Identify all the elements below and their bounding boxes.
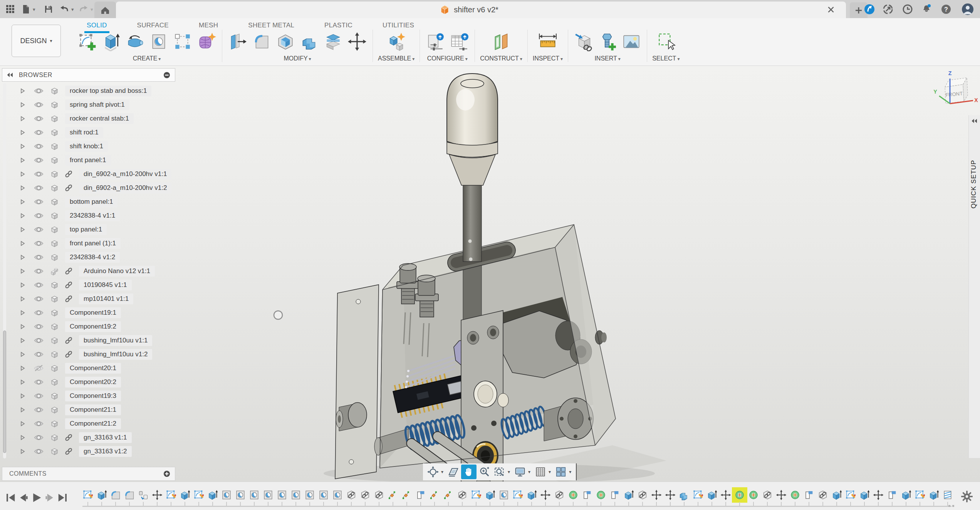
- component-label[interactable]: din_6902-a_m10-200hv v1:2: [79, 183, 171, 193]
- timeline-feature-extrude[interactable]: [207, 490, 218, 500]
- visibility-eye-icon[interactable]: [34, 87, 44, 94]
- timeline-feature-hole[interactable]: [221, 490, 232, 500]
- shell-button[interactable]: [275, 31, 296, 52]
- quick-setup-strip[interactable]: QUICK SETUP: [968, 115, 980, 458]
- visibility-eye-icon[interactable]: [34, 282, 44, 289]
- timeline-feature-hole[interactable]: [304, 490, 315, 500]
- component-label[interactable]: front panel (1):1: [65, 238, 121, 249]
- viewports-button[interactable]: [553, 465, 569, 479]
- timeline-feature-hole[interactable]: [498, 490, 509, 500]
- add-comment-icon[interactable]: [163, 470, 170, 477]
- fit-window-dropdown-caret[interactable]: ▾: [508, 469, 510, 475]
- playback-go-to-end-button[interactable]: [57, 492, 69, 503]
- grid-settings-dropdown-caret[interactable]: ▾: [549, 469, 551, 475]
- extrude-button[interactable]: [101, 31, 121, 52]
- expand-panel-icon[interactable]: [971, 118, 978, 124]
- timeline-feature-plane[interactable]: [804, 490, 814, 500]
- timeline-feature-move[interactable]: [540, 490, 551, 500]
- expand-arrow-icon[interactable]: [20, 213, 25, 218]
- group-label-insert[interactable]: INSERT▾: [594, 55, 620, 62]
- component-label[interactable]: Arduino Nano v12 v1:1: [79, 266, 155, 277]
- viewport-3d[interactable]: BROWSER rocker top stab and boss:1spring…: [0, 66, 980, 481]
- visibility-eye-icon[interactable]: [34, 129, 44, 136]
- new-component-button[interactable]: [386, 31, 407, 52]
- visibility-eye-icon[interactable]: [34, 185, 44, 191]
- browser-item[interactable]: bushing_lmf10uu v1:2: [2, 347, 175, 361]
- timeline-feature-link[interactable]: [457, 490, 468, 500]
- visibility-eye-icon[interactable]: [34, 212, 44, 219]
- component-label[interactable]: Component21:1: [65, 404, 121, 415]
- comments-panel[interactable]: COMMENTS: [2, 467, 175, 481]
- visibility-off-icon[interactable]: [34, 365, 44, 372]
- timeline-feature-extrude[interactable]: [485, 490, 495, 500]
- fit-window-button[interactable]: [492, 465, 507, 479]
- playback-go-to-start-button[interactable]: [5, 492, 16, 503]
- timeline-feature-hole[interactable]: [277, 490, 287, 500]
- timeline-feature-coil[interactable]: [942, 490, 953, 500]
- timeline-feature-move[interactable]: [776, 490, 787, 500]
- timeline-feature-link[interactable]: [346, 490, 357, 500]
- offset-plane-button[interactable]: [491, 31, 512, 52]
- timeline-feature-link[interactable]: [817, 490, 828, 500]
- browser-item[interactable]: gn_33163 v1:1: [2, 431, 175, 445]
- browser-item[interactable]: front panel (1):1: [2, 237, 175, 250]
- timeline-feature-move[interactable]: [152, 490, 163, 500]
- expand-arrow-icon[interactable]: [20, 144, 25, 149]
- browser-item[interactable]: shift knob:1: [2, 139, 175, 153]
- timeline-feature-move[interactable]: [665, 490, 676, 500]
- browser-item[interactable]: shift rod:1: [2, 126, 175, 139]
- orbit-button[interactable]: [425, 465, 441, 479]
- expand-arrow-icon[interactable]: [20, 310, 25, 315]
- timeline-feature-joint[interactable]: [568, 490, 579, 500]
- pattern-button[interactable]: [172, 31, 193, 52]
- component-label[interactable]: Component21:2: [65, 418, 121, 429]
- component-label[interactable]: spring shaft pivot:1: [65, 99, 129, 110]
- browser-item[interactable]: spring shaft pivot:1: [2, 98, 175, 112]
- home-tab[interactable]: [94, 2, 116, 18]
- timeline-feature-plane[interactable]: [582, 490, 592, 500]
- timeline-feature-move[interactable]: [720, 490, 731, 500]
- timeline-feature-joint[interactable]: [790, 490, 800, 500]
- viewports-dropdown-caret[interactable]: ▾: [569, 469, 571, 475]
- component-label[interactable]: Component20:1: [65, 363, 121, 374]
- component-label[interactable]: shift rod:1: [65, 127, 103, 138]
- timeline-feature-hole[interactable]: [290, 490, 301, 500]
- timeline-feature-extrude[interactable]: [859, 490, 870, 500]
- visibility-eye-icon[interactable]: [34, 254, 44, 261]
- visibility-eye-icon[interactable]: [34, 434, 44, 441]
- combine-button[interactable]: [299, 31, 320, 52]
- timeline-feature-joint[interactable]: [734, 490, 745, 500]
- browser-item[interactable]: Component20:2: [2, 375, 175, 389]
- browser-item[interactable]: mp101401 v1:1: [2, 292, 175, 306]
- timeline-feature-hole[interactable]: [332, 490, 343, 500]
- visibility-eye-icon[interactable]: [34, 295, 44, 302]
- expand-arrow-icon[interactable]: [20, 407, 25, 413]
- timeline-feature-link[interactable]: [637, 490, 648, 500]
- visibility-eye-icon[interactable]: [34, 406, 44, 413]
- timeline-feature-fillet[interactable]: [124, 490, 135, 500]
- redo-caret[interactable]: ▾: [91, 7, 93, 12]
- timeline-feature-sketch[interactable]: [915, 490, 925, 500]
- create-sketch-button[interactable]: [77, 31, 97, 52]
- expand-arrow-icon[interactable]: [20, 366, 25, 371]
- app-grid-icon[interactable]: [6, 5, 15, 14]
- timeline-feature-extrude[interactable]: [623, 490, 634, 500]
- visibility-eye-icon[interactable]: [34, 115, 44, 122]
- timeline-feature-extrude[interactable]: [526, 490, 537, 500]
- expand-arrow-icon[interactable]: [20, 241, 25, 246]
- expand-arrow-icon[interactable]: [20, 88, 25, 94]
- design-workspace-selector[interactable]: DESIGN ▾: [12, 25, 61, 57]
- component-label[interactable]: top panel:1: [65, 224, 107, 235]
- expand-arrow-icon[interactable]: [20, 435, 25, 440]
- visibility-eye-icon[interactable]: [34, 379, 44, 386]
- undo-caret[interactable]: ▾: [71, 7, 74, 12]
- visibility-eye-icon[interactable]: [34, 226, 44, 233]
- expand-arrow-icon[interactable]: [20, 227, 25, 232]
- timeline-feature-hole[interactable]: [318, 490, 329, 500]
- component-label[interactable]: bottom panel:1: [65, 196, 117, 207]
- redo-icon[interactable]: [79, 5, 88, 14]
- move-button[interactable]: [347, 31, 368, 52]
- browser-item[interactable]: Component19:2: [2, 320, 175, 334]
- timeline-feature-swap[interactable]: [138, 490, 149, 500]
- undo-icon[interactable]: [60, 5, 69, 14]
